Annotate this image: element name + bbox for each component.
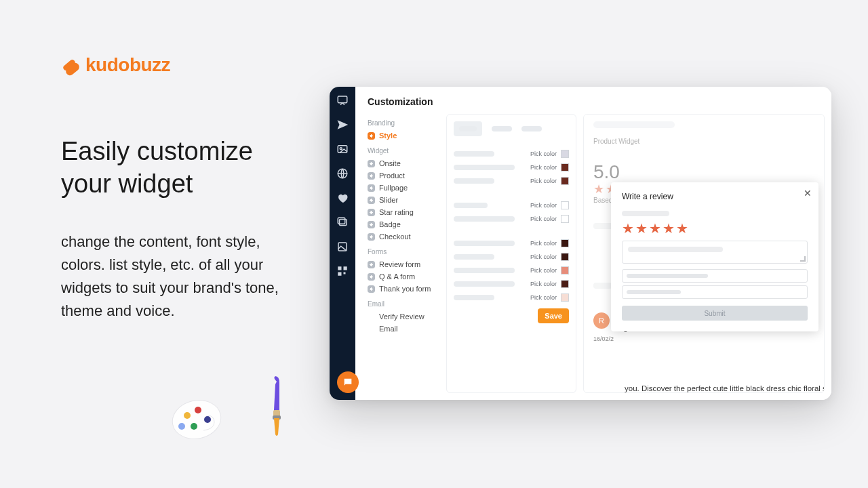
nav-item[interactable]: Badge [366, 218, 439, 230]
nav-item[interactable]: Q & A form [366, 270, 439, 283]
svg-point-2 [191, 423, 197, 430]
color-picker[interactable]: Pick color [530, 177, 569, 185]
reviewer-avatar: R [593, 312, 610, 329]
nav-item[interactable]: Verify Review [366, 310, 439, 323]
skeleton-bar [593, 283, 612, 289]
settings-nav: BrandingStyleWidgetOnsiteProductFullpage… [366, 114, 439, 393]
preview-tab-label: Product Widget [593, 138, 814, 145]
color-swatch[interactable] [561, 280, 569, 288]
skeleton-bar [454, 216, 515, 222]
write-review-modal: Write a review ✕ ★★★★★ Submit [611, 182, 818, 331]
skeleton-bar [454, 281, 515, 287]
grid-icon[interactable] [336, 264, 349, 278]
nav-item-label: Email [379, 325, 398, 333]
color-row: Pick color [454, 212, 569, 226]
tab-selected[interactable] [454, 121, 482, 136]
color-swatch[interactable] [561, 177, 569, 185]
svg-rect-8 [338, 96, 347, 103]
color-picker[interactable]: Pick color [530, 163, 569, 171]
review-textarea[interactable] [622, 241, 808, 264]
brand-logo: kudobuzz [61, 54, 170, 76]
skeleton-bar [454, 151, 494, 157]
nav-item[interactable]: Slider [366, 194, 439, 206]
heart-icon[interactable] [336, 191, 349, 205]
close-icon[interactable]: ✕ [804, 188, 812, 199]
color-swatch[interactable] [561, 293, 569, 302]
color-picker[interactable]: Pick color [530, 150, 569, 158]
color-swatch[interactable] [561, 201, 569, 209]
color-swatch[interactable] [561, 215, 569, 223]
nav-item[interactable]: Style [366, 129, 439, 142]
review-input[interactable] [622, 285, 808, 299]
nav-item-label: Product [379, 171, 405, 180]
gear-icon [368, 160, 375, 167]
pick-color-label: Pick color [530, 267, 557, 274]
message-square-icon[interactable] [336, 94, 349, 107]
nav-item[interactable]: Onsite [366, 157, 439, 169]
image-icon[interactable] [336, 142, 349, 156]
submit-button[interactable]: Submit [622, 306, 808, 321]
nav-item[interactable]: Thank you form [366, 283, 439, 295]
nav-item-label: Review form [379, 260, 420, 268]
color-swatch[interactable] [561, 253, 569, 261]
gear-icon [368, 273, 375, 281]
skeleton-bar [454, 254, 494, 260]
color-swatch[interactable] [561, 266, 569, 274]
nav-item[interactable]: Fullpage [366, 182, 439, 194]
color-row: Pick color [454, 291, 569, 304]
nav-item-label: Q & A form [379, 272, 415, 281]
color-row: Pick color [454, 264, 569, 277]
app-sidebar [330, 87, 355, 400]
color-swatch[interactable] [561, 239, 569, 247]
pick-color-label: Pick color [530, 240, 557, 247]
rating-input[interactable]: ★★★★★ [622, 222, 808, 235]
color-swatch[interactable] [561, 150, 569, 158]
modal-title: Write a review [622, 192, 808, 201]
send-icon[interactable] [336, 118, 349, 131]
color-row: Pick color [454, 237, 569, 250]
svg-rect-9 [338, 146, 347, 153]
gear-icon [368, 221, 375, 228]
globe-icon[interactable] [336, 167, 349, 180]
color-picker[interactable]: Pick color [530, 280, 569, 288]
style-tabs [454, 121, 569, 136]
nav-item[interactable]: Product [366, 169, 439, 182]
color-row: Pick color [454, 161, 569, 174]
palette-icon [170, 390, 231, 444]
color-picker[interactable]: Pick color [530, 239, 569, 247]
nav-item-label: Badge [379, 220, 401, 228]
pictures-icon[interactable] [336, 216, 349, 229]
picture-icon[interactable] [336, 240, 349, 253]
color-picker[interactable]: Pick color [530, 266, 569, 274]
brand-mark-icon [61, 56, 80, 75]
svg-rect-16 [344, 266, 347, 270]
color-picker[interactable]: Pick color [530, 201, 569, 209]
pick-color-label: Pick color [530, 164, 557, 171]
gear-icon [368, 233, 375, 241]
review-date: 16/02/2 [593, 336, 614, 342]
save-button[interactable]: Save [538, 308, 569, 323]
nav-item-label: Slider [379, 196, 398, 204]
pick-color-label: Pick color [530, 253, 557, 260]
pick-color-label: Pick color [530, 294, 557, 301]
tab-skeleton[interactable] [492, 126, 512, 131]
color-swatch[interactable] [561, 163, 569, 171]
svg-rect-17 [338, 272, 341, 276]
color-picker[interactable]: Pick color [530, 253, 569, 261]
svg-point-4 [195, 407, 201, 413]
tab-skeleton[interactable] [521, 126, 542, 131]
gear-icon [368, 261, 375, 268]
nav-item-label: Style [379, 131, 397, 140]
review-input[interactable] [622, 269, 808, 283]
nav-section-title: Widget [366, 142, 439, 157]
color-picker[interactable]: Pick color [530, 293, 569, 302]
color-picker[interactable]: Pick color [530, 215, 569, 223]
chat-fab[interactable] [337, 371, 359, 393]
nav-item[interactable]: Star rating [366, 206, 439, 218]
hero-title: Easily customize your widget [61, 136, 292, 200]
nav-item-label: Onsite [379, 159, 401, 167]
nav-item[interactable]: Email [366, 323, 439, 335]
nav-item[interactable]: Review form [366, 258, 439, 270]
nav-item-label: Verify Review [379, 312, 425, 321]
nav-item[interactable]: Checkout [366, 230, 439, 243]
